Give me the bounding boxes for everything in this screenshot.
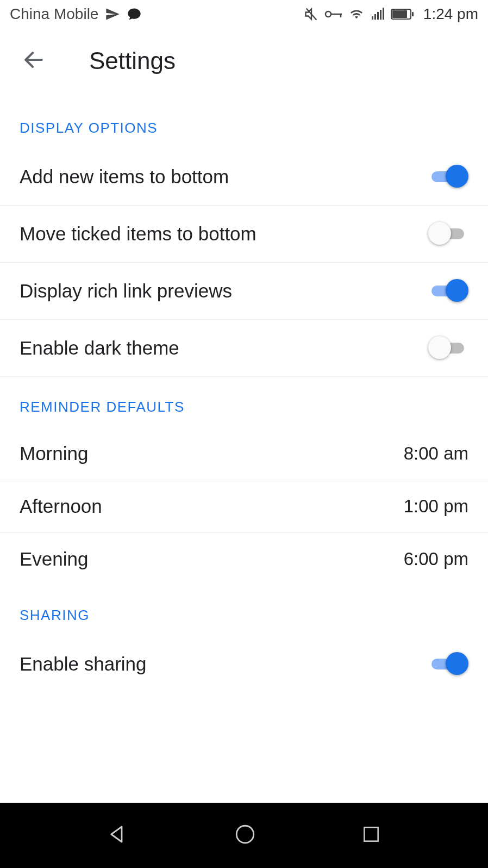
row-value: 1:00 pm [404, 496, 468, 517]
toggle-dark-theme[interactable] [428, 335, 468, 361]
svg-rect-15 [364, 827, 378, 841]
carrier-label: China Mobile [10, 5, 98, 23]
svg-marker-13 [111, 827, 122, 842]
svg-rect-11 [412, 12, 414, 16]
toggle-move-ticked[interactable] [428, 221, 468, 247]
row-label: Evening [20, 548, 88, 570]
row-label: Display rich link previews [20, 280, 232, 302]
vpn-key-icon [324, 8, 343, 20]
page-title: Settings [89, 47, 176, 75]
row-label: Move ticked items to bottom [20, 223, 256, 245]
row-afternoon[interactable]: Afternoon 1:00 pm [0, 480, 488, 533]
chat-icon [127, 7, 142, 22]
row-value: 6:00 pm [404, 549, 468, 569]
svg-point-14 [236, 826, 254, 843]
svg-rect-10 [392, 10, 407, 18]
signal-icon [370, 8, 385, 21]
back-arrow-icon[interactable] [22, 48, 46, 74]
status-time: 1:24 pm [423, 5, 478, 23]
row-label: Afternoon [20, 495, 102, 517]
status-left: China Mobile [10, 5, 142, 23]
nav-recent-icon[interactable] [361, 824, 381, 847]
wifi-icon [348, 8, 365, 21]
send-icon [105, 7, 120, 22]
nav-home-icon[interactable] [234, 823, 256, 848]
row-add-bottom[interactable]: Add new items to bottom [0, 148, 488, 206]
row-evening[interactable]: Evening 6:00 pm [0, 533, 488, 585]
row-rich-links[interactable]: Display rich link previews [0, 263, 488, 320]
row-move-ticked[interactable]: Move ticked items to bottom [0, 206, 488, 263]
mute-icon [304, 7, 319, 22]
row-label: Add new items to bottom [20, 166, 229, 188]
row-label: Enable sharing [20, 653, 147, 675]
status-bar: China Mobile 1:24 pm [0, 0, 488, 28]
section-header-display: Display options [0, 94, 488, 148]
section-header-sharing: Sharing [0, 585, 488, 636]
svg-rect-5 [374, 14, 376, 20]
row-label: Enable dark theme [20, 337, 179, 359]
svg-rect-4 [372, 16, 373, 20]
row-value: 8:00 am [404, 443, 468, 464]
svg-rect-6 [377, 12, 379, 20]
nav-back-icon[interactable] [107, 823, 129, 848]
battery-icon [391, 8, 415, 20]
row-dark-theme[interactable]: Enable dark theme [0, 320, 488, 377]
row-enable-sharing[interactable]: Enable sharing [0, 636, 488, 692]
svg-point-1 [326, 11, 331, 17]
settings-content[interactable]: Display options Add new items to bottom … [0, 94, 488, 803]
row-label: Morning [20, 443, 88, 464]
section-header-reminders: Reminder defaults [0, 377, 488, 427]
toggle-enable-sharing[interactable] [428, 651, 468, 677]
row-morning[interactable]: Morning 8:00 am [0, 427, 488, 480]
app-bar: Settings [0, 28, 488, 94]
status-right: 1:24 pm [304, 5, 478, 23]
svg-rect-7 [380, 10, 381, 20]
toggle-add-bottom[interactable] [428, 164, 468, 190]
system-nav-bar [0, 803, 488, 868]
svg-rect-8 [383, 8, 384, 20]
toggle-rich-links[interactable] [428, 278, 468, 304]
